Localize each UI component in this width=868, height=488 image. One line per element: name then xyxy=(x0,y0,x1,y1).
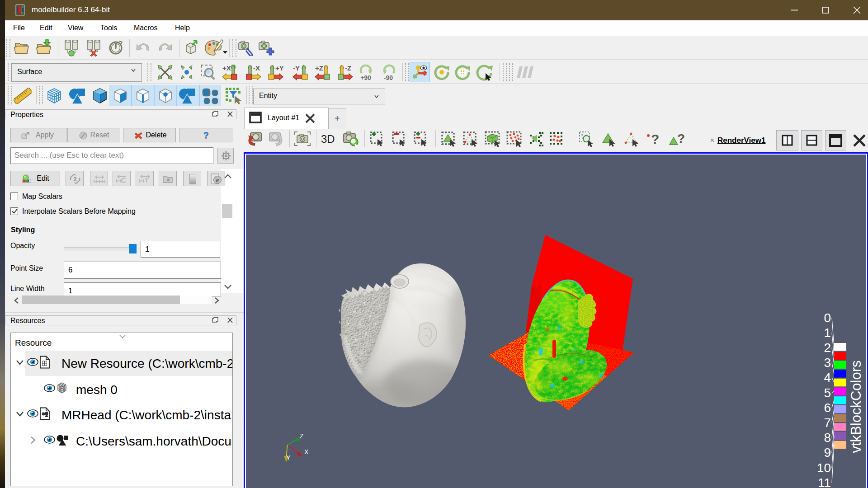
svg-text:6: 6 xyxy=(824,401,831,415)
svg-text:5: 5 xyxy=(824,386,831,400)
svg-text:?: ? xyxy=(651,131,659,146)
svg-text:0: 0 xyxy=(824,311,831,325)
svg-text:+X: +X xyxy=(222,64,231,72)
svg-text:7: 7 xyxy=(824,416,831,430)
svg-text:2: 2 xyxy=(73,176,76,183)
svg-text:?: ? xyxy=(677,131,685,145)
svg-text:-X: -X xyxy=(253,64,260,72)
svg-text:-90: -90 xyxy=(384,74,393,81)
svg-text:8: 8 xyxy=(824,431,831,445)
svg-text:1: 1 xyxy=(824,326,831,340)
svg-text:-Y: -Y xyxy=(293,64,300,72)
svg-text:-Z: -Z xyxy=(345,64,351,72)
svg-text:e: e xyxy=(216,176,219,183)
svg-text:+90: +90 xyxy=(360,74,371,81)
svg-text:2: 2 xyxy=(824,341,831,355)
svg-text:10: 10 xyxy=(817,461,831,475)
svg-text:+Y: +Y xyxy=(275,64,284,72)
svg-text:3: 3 xyxy=(824,356,831,370)
svg-text:+Z: +Z xyxy=(315,64,323,72)
svg-text:4: 4 xyxy=(824,371,831,385)
svg-text:vtkBlockColors: vtkBlockColors xyxy=(848,361,864,453)
svg-text:X: X xyxy=(304,448,309,455)
svg-text:Y: Y xyxy=(286,454,291,461)
svg-text:9: 9 xyxy=(824,446,831,460)
svg-text:11: 11 xyxy=(818,476,831,488)
svg-text:Z: Z xyxy=(300,432,304,440)
